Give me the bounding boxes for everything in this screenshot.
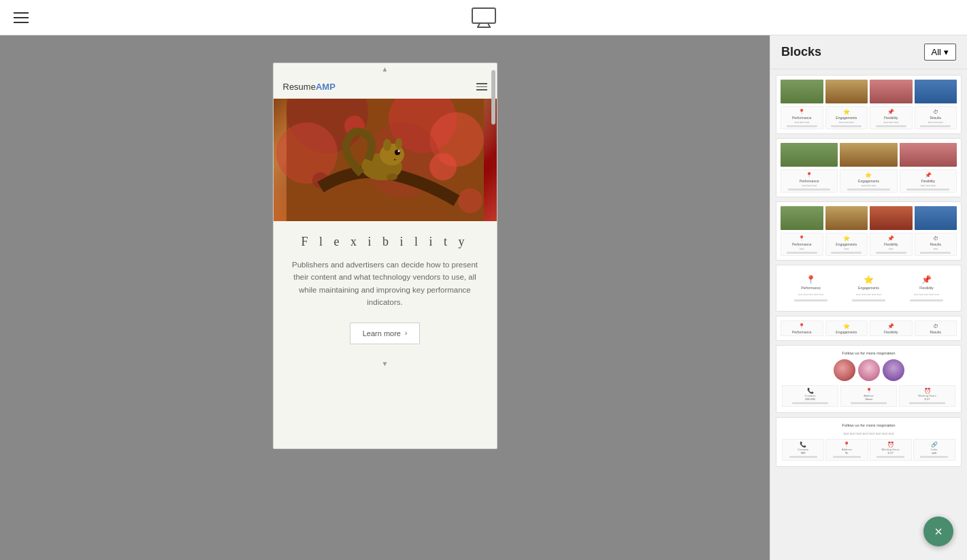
icon-cell-flexibility-5: 📌 Flexibility <box>870 320 913 336</box>
clock-icon-6: ⏰ <box>924 388 931 394</box>
thumb-img-autumn-3 <box>825 206 868 230</box>
thumb-row-3 <box>781 206 957 230</box>
pin-icon: 📌 <box>887 109 894 115</box>
flexibility-lbl-4: Flexibility <box>919 286 934 290</box>
performance-label: Performance <box>792 116 812 120</box>
icon-only-engagements: ⭐ Engagements text text text text text <box>841 275 896 301</box>
pin-big-icon: 📌 <box>921 275 932 284</box>
location-icon: 📍 <box>798 109 805 115</box>
block-inner-3: 📍 Performance text ⭐ Engagements text <box>776 202 961 260</box>
close-icon: × <box>934 524 943 540</box>
thumb-img-forest-2 <box>781 143 838 167</box>
mobile-scrollbar[interactable] <box>491 63 495 448</box>
learn-more-mini <box>787 125 817 127</box>
svg-point-17 <box>397 150 399 152</box>
block-inner-2: 📍 Performance text text text ⭐ Engagemen… <box>776 139 961 197</box>
icon-cell-results: ⏱ Results text text text <box>915 106 957 129</box>
icon-only-flexibility: 📌 Flexibility text text text text text <box>899 275 954 301</box>
hours-btn-7 <box>876 456 904 458</box>
panel-title: Blocks <box>781 45 821 59</box>
icon-row-3: 📍 Performance text ⭐ Engagements text <box>781 233 957 256</box>
block-card-2[interactable]: 📍 Performance text text text ⭐ Engagemen… <box>776 138 962 197</box>
thumb-img-blue-3 <box>915 206 957 230</box>
toolbar-left <box>14 12 29 23</box>
icon-row-1: 📍 Performance text text text ⭐ Engagemen… <box>781 106 957 129</box>
all-filter-button[interactable]: All ▾ <box>924 44 956 61</box>
svg-point-18 <box>383 139 391 151</box>
map-icon-7: 📍 <box>843 442 850 448</box>
performance-label-3: Performance <box>792 242 812 246</box>
icon-cell-performance-3: 📍 Performance text <box>781 233 823 256</box>
svg-point-13 <box>458 188 482 213</box>
block-card-6[interactable]: Follow us for more inspiration 📞 Contact… <box>776 345 962 413</box>
location-icon-3: 📍 <box>798 235 805 242</box>
engagements-label-3: Engagements <box>836 242 857 246</box>
results-label-3: Results <box>930 242 941 246</box>
thumb-img-red-3 <box>870 206 913 230</box>
engagements-text-2: text text text <box>862 184 876 187</box>
social-icon-row: 📞 Contacts 000-000 📍 Address Street <box>782 385 955 407</box>
performance-btn-4 <box>794 299 827 301</box>
block-inner-6: Follow us for more inspiration 📞 Contact… <box>776 346 961 412</box>
block-inner-5: 📍 Performance ⭐ Engagements 📌 Flexibilit… <box>776 316 961 340</box>
learn-more-button[interactable]: Learn more › <box>350 323 421 344</box>
icon-cell-flexibility-2: 📌 Flexibility text text text <box>900 169 957 193</box>
block-card-1[interactable]: 📍 Performance text text text ⭐ Engagemen… <box>776 75 962 134</box>
flexibility-btn-4 <box>910 299 943 301</box>
address-btn-7 <box>833 456 861 458</box>
mobile-menu-icon[interactable] <box>476 83 487 90</box>
engagements-lbl-4: Engagements <box>858 286 879 290</box>
hamburger-icon[interactable] <box>14 12 29 23</box>
icon-row-5: 📍 Performance ⭐ Engagements 📌 Flexibilit… <box>781 320 957 336</box>
address-val: Street <box>865 397 872 401</box>
block-card-3[interactable]: 📍 Performance text ⭐ Engagements text <box>776 201 962 261</box>
map-icon: 📍 <box>866 388 872 394</box>
contacts-val-7: 000 <box>801 451 806 455</box>
mobile-frame: ▲ ResumeAMP <box>273 63 497 449</box>
preview-area: ▲ ResumeAMP <box>0 35 770 560</box>
clock-icon: ⏱ <box>933 109 938 115</box>
flexibility-text-3: text <box>889 247 893 250</box>
icon-cell-engagements: ⭐ Engagements text text text <box>825 106 868 129</box>
learn-more-mini-7 <box>906 188 949 191</box>
engagements-label-2: Engagements <box>858 179 879 183</box>
performance-label-5: Performance <box>792 330 812 334</box>
star-big-icon: ⭐ <box>864 275 874 284</box>
scrollbar-thumb <box>491 70 495 125</box>
pin-icon-2: 📌 <box>925 172 932 178</box>
results-text: text text text <box>928 120 943 124</box>
engagements-btn-4 <box>852 299 885 301</box>
social-img-mushroom <box>834 359 855 381</box>
svg-point-19 <box>395 138 402 149</box>
location-icon-5: 📍 <box>798 323 805 329</box>
block-card-5[interactable]: 📍 Performance ⭐ Engagements 📌 Flexibilit… <box>776 316 962 341</box>
social-4-hours: ⏰ Working Hours 9-17 <box>870 439 912 461</box>
phone-icon: 📞 <box>807 388 814 394</box>
scroll-up-arrow[interactable]: ▲ <box>274 63 497 75</box>
close-button[interactable]: × <box>923 516 953 546</box>
contacts-btn <box>792 402 829 404</box>
thumb-img-blue <box>915 80 957 103</box>
thumb-img-forest-3 <box>781 206 823 230</box>
learn-more-mini-5 <box>788 188 831 191</box>
mobile-hero-image <box>274 99 497 221</box>
contacts-val: 000-000 <box>805 397 815 401</box>
hours-val: 9-17 <box>924 397 930 401</box>
location-icon-2: 📍 <box>806 172 813 178</box>
icon-cell-flexibility-3: 📌 Flexibility text <box>870 233 913 256</box>
scroll-down-arrow[interactable]: ▼ <box>274 358 497 369</box>
svg-point-20 <box>387 174 397 180</box>
learn-more-mini-4 <box>920 125 951 127</box>
engagements-label-5: Engagements <box>836 330 857 334</box>
performance-desc-4: text text text text text <box>798 293 823 296</box>
performance-lbl-4: Performance <box>801 286 821 290</box>
social-icon-address: 📍 Address Street <box>840 385 897 407</box>
icon-cell-flexibility: 📌 Flexibility text text text <box>870 106 913 129</box>
performance-text-3: text <box>800 247 804 250</box>
block-card-4[interactable]: 📍 Performance text text text text text ⭐… <box>776 265 962 312</box>
learn-more-mini-8 <box>787 252 817 254</box>
social-img-purple <box>883 359 904 381</box>
block-card-7[interactable]: Follow us for more inspiration text text… <box>776 417 962 467</box>
learn-more-mini-11 <box>920 252 951 254</box>
icon-cell-results-5: ⏱ Results <box>915 320 957 336</box>
